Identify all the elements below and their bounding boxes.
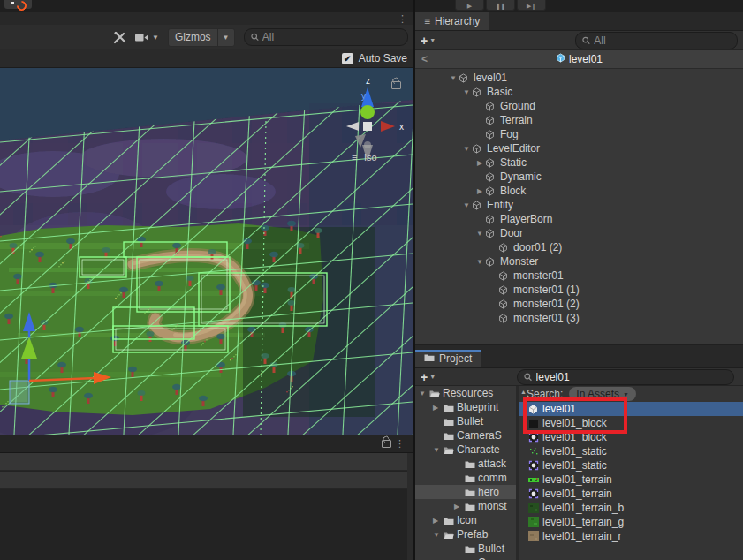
foldout-arrow-icon[interactable]: ▼	[461, 201, 472, 209]
search-scope-pill[interactable]: In Assets ▼	[569, 387, 636, 401]
hierarchy-add-button[interactable]: + ▼	[421, 34, 436, 48]
project-folder-row[interactable]: Bullet	[415, 414, 516, 428]
project-result-row[interactable]: level01_block	[519, 416, 743, 430]
hierarchy-row[interactable]: Terrain	[415, 113, 743, 127]
project-folder-row[interactable]: attack	[415, 457, 516, 471]
project-result-row[interactable]: level01_static	[519, 458, 743, 473]
hierarchy-row[interactable]: monster01	[415, 269, 743, 283]
foldout-arrow-icon[interactable]: ▼	[474, 230, 485, 238]
auto-save-checkbox[interactable]: ✔	[342, 53, 353, 64]
project-result-row[interactable]: level01_terrain	[519, 473, 743, 487]
project-result-row[interactable]: level01_terrain_b	[519, 501, 743, 515]
gizmos-dropdown-icon[interactable]: ▼	[218, 34, 234, 42]
foldout-arrow-icon[interactable]: ▶	[454, 503, 459, 511]
project-folder-row[interactable]: CameraS	[415, 428, 516, 443]
gameobject-cube-icon	[498, 242, 510, 253]
asset-label: level01	[542, 403, 576, 415]
collab-history-button[interactable]	[4, 0, 32, 9]
hierarchy-row[interactable]: ▶Static	[415, 155, 743, 170]
hierarchy-row[interactable]: ▼Basic	[415, 85, 743, 99]
hierarchy-row[interactable]: Fog	[415, 127, 743, 141]
foldout-arrow-icon[interactable]: ▶	[474, 187, 485, 195]
axis-center-cube[interactable]	[363, 122, 372, 131]
tab-project[interactable]: Project	[415, 350, 481, 367]
panel-row[interactable]	[0, 453, 407, 471]
project-search-input[interactable]	[536, 371, 727, 383]
project-folder-row[interactable]: ▼Resources	[415, 386, 516, 400]
foldout-arrow-icon[interactable]: ▼	[419, 390, 426, 397]
scene-tab-bar: ⋮	[0, 12, 413, 26]
project-add-button[interactable]: + ▼	[421, 370, 436, 384]
project-folder-row[interactable]: comm	[415, 471, 516, 485]
hierarchy-row[interactable]: ▼LevelEditor	[415, 141, 743, 155]
project-search-field[interactable]	[517, 369, 734, 385]
pause-button[interactable]: ❚❚	[486, 0, 515, 11]
scene-toolbar: ▼ Gizmos ▼	[0, 25, 413, 50]
foldout-arrow-icon[interactable]: ▶	[474, 159, 485, 167]
scene-lock-icon[interactable]	[391, 81, 401, 89]
tools-icon[interactable]	[113, 28, 126, 46]
scene-search-input[interactable]	[262, 31, 401, 43]
foldout-arrow-icon[interactable]: ▶	[433, 517, 438, 525]
project-result-row[interactable]: level01	[519, 402, 743, 416]
breadcrumb-back-button[interactable]: <	[421, 53, 428, 65]
hierarchy-search-input[interactable]	[594, 34, 731, 47]
project-result-row[interactable]: level01_terrain	[519, 487, 743, 501]
scene-search-field[interactable]	[244, 28, 408, 46]
tab-hierarchy[interactable]: ≡ Hierarchy	[415, 12, 489, 30]
panel-row[interactable]	[0, 472, 407, 489]
axis-y-ball[interactable]	[360, 105, 375, 119]
hierarchy-row[interactable]: ▼level01	[415, 71, 743, 85]
project-result-row[interactable]: level01_terrain_r	[519, 529, 743, 543]
foldout-arrow-icon[interactable]: ▼	[448, 74, 459, 82]
project-folder-row[interactable]: ▼Characte	[415, 443, 516, 457]
iso-mode-label[interactable]: Iso	[364, 152, 377, 163]
hierarchy-row[interactable]: ▼Monster	[415, 254, 743, 269]
project-folder-row[interactable]: Comm	[415, 556, 516, 560]
panel-lock-icon[interactable]	[382, 440, 391, 448]
project-folder-row[interactable]: hero	[415, 485, 516, 499]
project-result-row[interactable]: level01_terrain_g	[519, 515, 743, 529]
project-folder-row[interactable]: Bullet	[415, 541, 516, 556]
project-folder-row[interactable]: ▶Blueprint	[415, 400, 516, 414]
panel-menu-icon[interactable]: ⋮	[395, 438, 405, 449]
hierarchy-row[interactable]: ▶Block	[415, 184, 743, 198]
scroll-up-icon[interactable]: ▲	[520, 389, 527, 395]
foldout-arrow-icon[interactable]: ▼	[461, 88, 472, 96]
gizmos-button[interactable]: Gizmos ▼	[168, 28, 235, 47]
foldout-arrow-icon[interactable]: ▼	[433, 531, 440, 539]
camera-icon[interactable]	[135, 28, 149, 46]
hierarchy-row[interactable]: ▼Entity	[415, 198, 743, 212]
project-result-row[interactable]: level01_block	[519, 430, 743, 444]
folder-label: CameraS	[457, 429, 502, 442]
project-folder-row[interactable]: ▶Icon	[415, 513, 516, 527]
hierarchy-row[interactable]: PlayerBorn	[415, 212, 743, 226]
hierarchy-row[interactable]: monster01 (1)	[415, 283, 743, 297]
hierarchy-row[interactable]: monster01 (2)	[415, 297, 743, 311]
camera-dropdown-icon[interactable]: ▼	[152, 34, 159, 42]
foldout-arrow-icon[interactable]: ▶	[433, 404, 438, 412]
foldout-arrow-icon[interactable]: ▼	[474, 258, 485, 266]
breadcrumb[interactable]: level01	[556, 53, 603, 65]
project-result-row[interactable]: level01_static	[519, 444, 743, 458]
scene-viewport[interactable]: z y x ≡ Iso	[0, 68, 413, 435]
hierarchy-breadcrumb: < level01	[415, 50, 743, 69]
project-folder-row[interactable]: ▶monst	[415, 499, 516, 513]
hierarchy-row[interactable]: Ground	[415, 99, 743, 113]
hierarchy-row[interactable]: monster01 (3)	[415, 311, 743, 325]
scene-menu-icon[interactable]: ⋮	[398, 13, 407, 24]
gameobject-cube-icon	[498, 313, 510, 323]
search-icon	[251, 33, 259, 42]
project-folder-row[interactable]: ▼Prefab	[415, 527, 516, 541]
step-button[interactable]: ▶❙	[517, 0, 546, 11]
hierarchy-row[interactable]: door01 (2)	[415, 240, 743, 254]
gameobject-label: Basic	[483, 86, 512, 98]
unity-editor-window: ▶ ❚❚ ▶❙ ⋮ ▼ Gizmos ▼	[0, 0, 743, 560]
foldout-arrow-icon[interactable]: ▼	[461, 145, 472, 153]
terrain-strip-icon	[527, 474, 539, 485]
hierarchy-row[interactable]: Dynamic	[415, 170, 743, 184]
foldout-arrow-icon[interactable]: ▼	[433, 446, 440, 454]
play-button[interactable]: ▶	[455, 0, 484, 11]
hierarchy-search-field[interactable]	[575, 32, 738, 49]
hierarchy-row[interactable]: ▼Door	[415, 226, 743, 240]
